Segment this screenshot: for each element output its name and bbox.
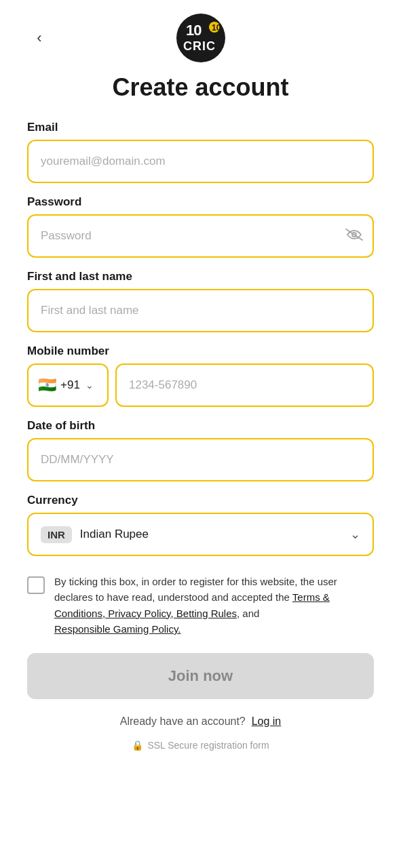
country-selector[interactable]: 🇮🇳 +91 ⌄ [27,363,109,407]
logo-container: 10 CRIC 10 [176,14,225,62]
flag-india: 🇮🇳 [38,378,56,393]
registration-form: Email Password First and last name [27,121,374,568]
currency-name: Indian Rupee [80,528,342,541]
terms-text: By ticking this box, in order to registe… [54,574,374,637]
currency-badge: INR [41,526,72,543]
svg-text:CRIC: CRIC [183,39,216,53]
page-container: ‹ 10 CRIC 10 Create account Email [0,0,401,868]
password-label: Password [27,195,374,209]
dob-input[interactable] [27,438,374,481]
page-title: Create account [27,73,374,102]
login-row: Already have an account? Log in [120,715,282,728]
currency-selector[interactable]: INR Indian Rupee ⌄ [27,513,374,556]
lock-icon: 🔒 [132,740,143,751]
join-now-button[interactable]: Join now [27,653,374,699]
terms-checkbox[interactable] [27,576,45,594]
mobile-row: 🇮🇳 +91 ⌄ [27,363,374,407]
password-field-group: Password [27,195,374,258]
svg-text:10: 10 [186,22,202,39]
mobile-field-group: Mobile number 🇮🇳 +91 ⌄ [27,344,374,407]
dob-label: Date of birth [27,419,374,433]
header: ‹ 10 CRIC 10 [27,0,374,73]
password-input[interactable] [27,214,374,258]
password-wrapper [27,214,374,258]
email-input[interactable] [27,140,374,183]
back-button[interactable]: ‹ [27,26,52,50]
currency-chevron-icon: ⌄ [350,527,360,542]
email-field-group: Email [27,121,374,183]
login-link[interactable]: Log in [252,715,282,727]
svg-text:10: 10 [212,23,221,33]
name-input[interactable] [27,289,374,332]
login-text: Already have an account? [120,715,246,727]
currency-field-group: Currency INR Indian Rupee ⌄ [27,494,374,556]
email-label: Email [27,121,374,134]
ssl-row: 🔒 SSL Secure registration form [132,740,269,751]
country-chevron-icon: ⌄ [85,380,94,391]
ssl-text: SSL Secure registration form [147,740,269,751]
country-code: +91 [60,378,80,392]
currency-label: Currency [27,494,374,507]
terms-link2[interactable]: Responsible Gaming Policy. [54,623,180,635]
terms-text-after: , and [237,608,259,619]
dob-field-group: Date of birth [27,419,374,481]
mobile-label: Mobile number [27,344,374,358]
name-label: First and last name [27,270,374,283]
name-field-group: First and last name [27,270,374,332]
terms-row: By ticking this box, in order to registe… [27,574,374,637]
toggle-password-icon[interactable] [345,229,363,243]
phone-input[interactable] [115,363,374,407]
logo: 10 CRIC 10 [176,14,225,62]
